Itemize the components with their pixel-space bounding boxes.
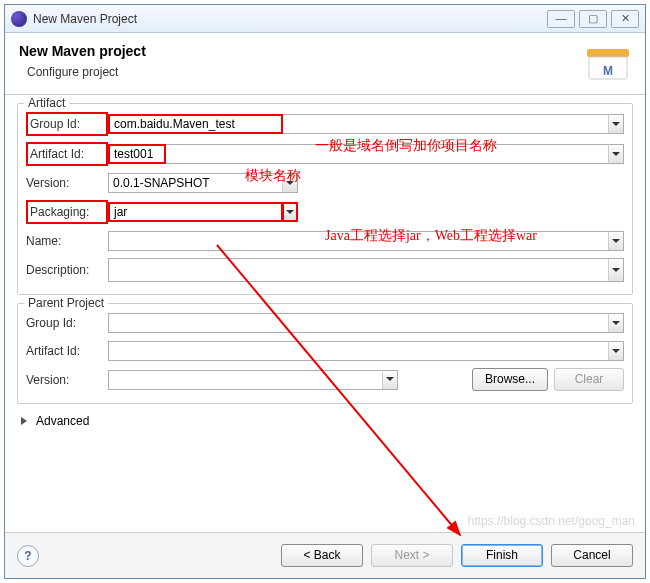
parent-group-id-label: Group Id: bbox=[26, 316, 108, 330]
parent-group: Parent Project Group Id: Artifact Id: Ve… bbox=[17, 303, 633, 404]
expand-icon bbox=[21, 417, 31, 425]
window-buttons: — ▢ ✕ bbox=[547, 10, 639, 28]
close-button[interactable]: ✕ bbox=[611, 10, 639, 28]
help-button[interactable]: ? bbox=[17, 545, 39, 567]
artifact-id-input[interactable]: test001 bbox=[108, 144, 166, 164]
parent-artifact-id-dropdown[interactable] bbox=[608, 341, 624, 361]
parent-version-label: Version: bbox=[26, 373, 108, 387]
watermark: https://blog.csdn.net/goog_man bbox=[468, 514, 635, 528]
artifact-group: Artifact Group Id: com.baidu.Maven_test … bbox=[17, 103, 633, 295]
packaging-dropdown[interactable] bbox=[282, 202, 298, 222]
name-row: Name: bbox=[26, 230, 624, 252]
artifact-id-dropdown[interactable] bbox=[608, 144, 624, 164]
group-id-input[interactable]: com.baidu.Maven_test bbox=[108, 114, 283, 134]
advanced-label: Advanced bbox=[36, 414, 89, 428]
svg-rect-0 bbox=[587, 49, 629, 57]
cancel-button[interactable]: Cancel bbox=[551, 544, 633, 567]
parent-artifact-id-label: Artifact Id: bbox=[26, 344, 108, 358]
artifact-legend: Artifact bbox=[24, 96, 69, 110]
finish-button[interactable]: Finish bbox=[461, 544, 543, 567]
parent-artifact-id-input[interactable] bbox=[108, 341, 609, 361]
maven-icon: M bbox=[585, 43, 631, 86]
group-id-row: Group Id: com.baidu.Maven_test bbox=[26, 112, 624, 136]
name-label: Name: bbox=[26, 234, 108, 248]
parent-version-input[interactable] bbox=[108, 370, 383, 390]
description-row: Description: bbox=[26, 258, 624, 282]
description-input[interactable] bbox=[108, 258, 609, 282]
artifact-id-input-ext[interactable] bbox=[166, 144, 609, 164]
name-dropdown[interactable] bbox=[608, 231, 624, 251]
parent-group-id-input[interactable] bbox=[108, 313, 609, 333]
browse-button[interactable]: Browse... bbox=[472, 368, 548, 391]
parent-legend: Parent Project bbox=[24, 296, 108, 310]
parent-version-row: Version: Browse... Clear bbox=[26, 368, 624, 391]
name-input[interactable] bbox=[108, 231, 609, 251]
group-id-dropdown[interactable] bbox=[608, 114, 624, 134]
titlebar: New Maven Project — ▢ ✕ bbox=[5, 5, 645, 33]
version-input[interactable]: 0.0.1-SNAPSHOT bbox=[108, 173, 283, 193]
version-label: Version: bbox=[26, 176, 108, 190]
parent-artifact-id-row: Artifact Id: bbox=[26, 340, 624, 362]
parent-group-id-dropdown[interactable] bbox=[608, 313, 624, 333]
dialog-window: New Maven Project — ▢ ✕ New Maven projec… bbox=[4, 4, 646, 579]
minimize-button[interactable]: — bbox=[547, 10, 575, 28]
window-title: New Maven Project bbox=[33, 12, 137, 26]
packaging-input[interactable]: jar bbox=[108, 202, 283, 222]
eclipse-icon bbox=[11, 11, 27, 27]
page-title: New Maven project bbox=[19, 43, 146, 59]
version-dropdown[interactable] bbox=[282, 173, 298, 193]
button-bar: ? < Back Next > Finish Cancel bbox=[5, 532, 645, 578]
parent-group-id-row: Group Id: bbox=[26, 312, 624, 334]
page-subtitle: Configure project bbox=[27, 65, 146, 79]
artifact-id-label: Artifact Id: bbox=[26, 142, 108, 166]
description-dropdown[interactable] bbox=[608, 258, 624, 282]
parent-version-dropdown[interactable] bbox=[382, 370, 398, 390]
clear-button: Clear bbox=[554, 368, 624, 391]
group-id-input-ext[interactable] bbox=[283, 114, 609, 134]
group-id-label: Group Id: bbox=[26, 112, 108, 136]
description-label: Description: bbox=[26, 263, 108, 277]
artifact-id-row: Artifact Id: test001 bbox=[26, 142, 624, 166]
svg-text:M: M bbox=[603, 64, 613, 78]
next-button: Next > bbox=[371, 544, 453, 567]
back-button[interactable]: < Back bbox=[281, 544, 363, 567]
maximize-button[interactable]: ▢ bbox=[579, 10, 607, 28]
packaging-row: Packaging: jar bbox=[26, 200, 624, 224]
version-row: Version: 0.0.1-SNAPSHOT bbox=[26, 172, 624, 194]
content-area: Artifact Group Id: com.baidu.Maven_test … bbox=[5, 95, 645, 438]
packaging-label: Packaging: bbox=[26, 200, 108, 224]
advanced-toggle[interactable]: Advanced bbox=[17, 412, 93, 430]
wizard-header: New Maven project Configure project M bbox=[5, 33, 645, 95]
